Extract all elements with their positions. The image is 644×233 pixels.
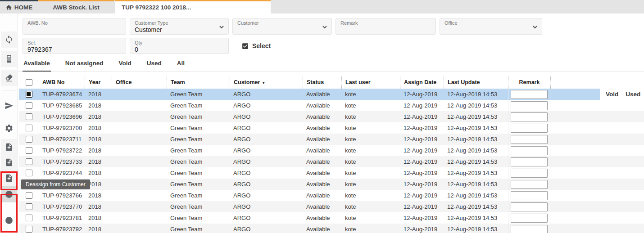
- remark-input[interactable]: [511, 169, 548, 178]
- remark-input[interactable]: [511, 112, 548, 121]
- status-cell: Available: [303, 122, 341, 134]
- sel-field[interactable]: Sel. 9792367: [23, 38, 126, 54]
- team-cell: Green Team: [167, 134, 230, 145]
- filler-cell: [550, 100, 600, 111]
- office-cell: [112, 201, 167, 212]
- year-cell: 2018: [85, 122, 112, 134]
- settings-button[interactable]: [1, 120, 17, 136]
- status-tab-available[interactable]: Available: [23, 60, 51, 72]
- remark-input[interactable]: [511, 202, 548, 211]
- remark-input[interactable]: [511, 214, 548, 223]
- remark-input[interactable]: [511, 157, 548, 166]
- remark-input[interactable]: [511, 124, 548, 133]
- status-tab-void[interactable]: Void: [118, 60, 132, 72]
- note-add-button-1[interactable]: [1, 139, 17, 155]
- table-row[interactable]: TUP-97923755 2018 Green Team ARGO Availa…: [19, 179, 644, 190]
- col-assign-date[interactable]: Assign Date: [400, 76, 444, 89]
- remark-input[interactable]: [511, 146, 548, 155]
- col-customer[interactable]: Customer▼: [230, 76, 303, 89]
- deassign-button-2[interactable]: [1, 212, 17, 229]
- table-row[interactable]: TUP-97923744 2018 Green Team ARGO Availa…: [19, 167, 644, 179]
- status-tab-used[interactable]: Used: [146, 60, 163, 72]
- remark-filter-label: Remark: [340, 20, 431, 26]
- table-row[interactable]: TUP-97923685 2018 Green Team ARGO Availa…: [19, 100, 644, 111]
- select-all-checkbox[interactable]: [26, 79, 32, 86]
- table-row[interactable]: TUP-97923781 2018 Green Team ARGO Availa…: [19, 212, 644, 224]
- remark-input[interactable]: [511, 191, 548, 200]
- customer-cell: ARGO: [230, 224, 303, 233]
- row-checkbox[interactable]: [26, 158, 32, 165]
- customer-type-select[interactable]: Customer Type Customer: [130, 18, 229, 35]
- row-checkbox[interactable]: [26, 136, 32, 143]
- note-add-button-3[interactable]: [1, 170, 17, 186]
- void-button[interactable]: Void: [606, 89, 618, 100]
- row-checkbox[interactable]: [26, 203, 32, 210]
- remark-input[interactable]: [511, 225, 548, 233]
- table-row[interactable]: TUP-97923792 2018 Green Team ARGO Availa…: [19, 224, 644, 233]
- row-checkbox[interactable]: [26, 215, 32, 221]
- row-checkbox[interactable]: [26, 125, 32, 131]
- col-awb-no[interactable]: AWB No: [39, 76, 85, 89]
- row-checkbox[interactable]: [26, 147, 32, 154]
- note-add-button-2[interactable]: [1, 154, 17, 170]
- send-button[interactable]: [1, 98, 17, 114]
- col-office[interactable]: Office: [112, 76, 167, 89]
- col-last-user[interactable]: Last user: [341, 76, 400, 89]
- customer-cell: ARGO: [230, 122, 303, 134]
- team-cell: Green Team: [167, 145, 230, 156]
- table-row[interactable]: TUP-97923696 2018 Green Team ARGO Availa…: [19, 111, 644, 122]
- customer-cell: ARGO: [230, 190, 303, 201]
- table-row[interactable]: TUP-97923700 2018 Green Team ARGO Availa…: [19, 122, 644, 134]
- office-label: Office: [444, 20, 537, 26]
- table-row[interactable]: TUP-97923733 2018 Green Team ARGO Availa…: [19, 156, 644, 167]
- qty-field[interactable]: Qty 0: [130, 38, 229, 54]
- eraser-button[interactable]: [1, 70, 17, 86]
- office-cell: [112, 122, 167, 134]
- row-checkbox[interactable]: [26, 102, 32, 109]
- awb-no-cell: TUP-97923733: [39, 156, 85, 167]
- row-checkbox[interactable]: [26, 91, 32, 98]
- select-button[interactable]: Select: [239, 39, 273, 53]
- row-checkbox[interactable]: [26, 113, 32, 120]
- status-cell: Available: [303, 190, 341, 201]
- last-user-cell: kote: [341, 201, 400, 212]
- row-checkbox[interactable]: [26, 226, 32, 233]
- table-row[interactable]: TUP-97923674 2018 Green Team ARGO Availa…: [19, 89, 644, 100]
- table-row[interactable]: TUP-97923770 2018 Green Team ARGO Availa…: [19, 201, 644, 212]
- remark-input[interactable]: [511, 135, 548, 144]
- row-checkbox[interactable]: [26, 170, 32, 176]
- col-team[interactable]: Team: [167, 76, 230, 89]
- table-row[interactable]: TUP-97923722 2018 Green Team ARGO Availa…: [19, 145, 644, 156]
- deassign-button-3[interactable]: [1, 229, 17, 233]
- awb-no-field[interactable]: AWB. No: [23, 18, 126, 35]
- tab-awb-stock-list[interactable]: AWB Stock. List: [38, 0, 114, 13]
- table-row[interactable]: TUP-97923766 2018 Green Team ARGO Availa…: [19, 190, 644, 201]
- invoice-button[interactable]: [1, 51, 17, 67]
- remark-filter-field[interactable]: Remark: [336, 18, 436, 35]
- office-select[interactable]: Office: [440, 18, 542, 35]
- table-row[interactable]: TUP-97923711 2018 Green Team ARGO Availa…: [19, 134, 644, 145]
- col-year[interactable]: Year: [85, 76, 112, 89]
- filler-cell: [550, 167, 600, 179]
- used-button[interactable]: Used: [626, 89, 640, 100]
- tab-home[interactable]: HOME: [0, 0, 38, 13]
- office-cell: [112, 145, 167, 156]
- filler-cell: [550, 201, 600, 212]
- status-tab-not-assigned[interactable]: Not assigned: [64, 60, 104, 72]
- col-status[interactable]: Status: [303, 76, 341, 89]
- assign-date-cell: 12-Aug-2019: [400, 111, 444, 122]
- remark-input[interactable]: [511, 90, 548, 99]
- deassign-from-customer-button[interactable]: [1, 186, 17, 202]
- col-last-update[interactable]: Last Update: [444, 76, 508, 89]
- row-checkbox[interactable]: [26, 192, 32, 199]
- customer-cell: ARGO: [230, 89, 303, 100]
- tab-tup-stock-detail[interactable]: TUP 9792322 100 2018...: [115, 0, 271, 13]
- remark-input[interactable]: [511, 101, 548, 110]
- refresh-button[interactable]: [1, 31, 17, 48]
- assign-date-cell: 12-Aug-2019: [400, 145, 444, 156]
- customer-select[interactable]: Customer: [232, 18, 332, 35]
- last-user-cell: kote: [341, 167, 400, 179]
- col-remark[interactable]: Remark: [508, 76, 550, 89]
- status-tab-all[interactable]: All: [176, 60, 186, 72]
- remark-input[interactable]: [511, 180, 548, 189]
